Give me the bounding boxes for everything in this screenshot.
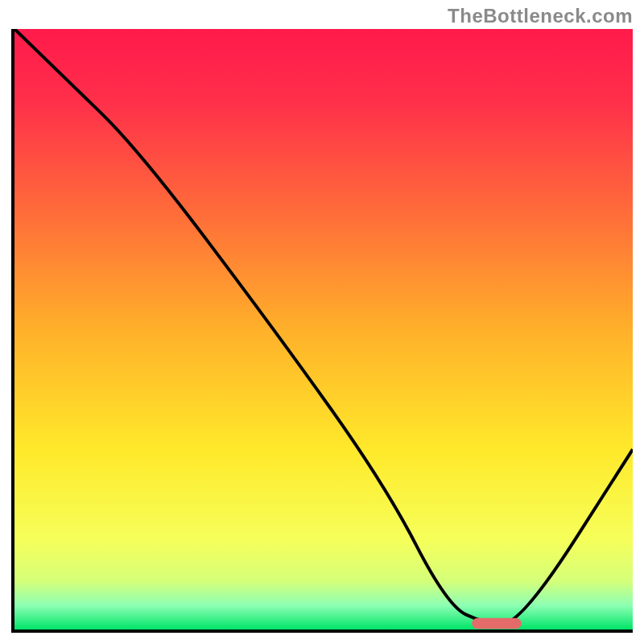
plot-area bbox=[14, 29, 633, 630]
plot-frame bbox=[11, 29, 633, 633]
chart-container: TheBottleneck.com bbox=[0, 0, 644, 644]
svg-rect-1 bbox=[472, 618, 521, 629]
optimum-marker bbox=[14, 29, 633, 630]
attribution-text: TheBottleneck.com bbox=[448, 5, 633, 27]
